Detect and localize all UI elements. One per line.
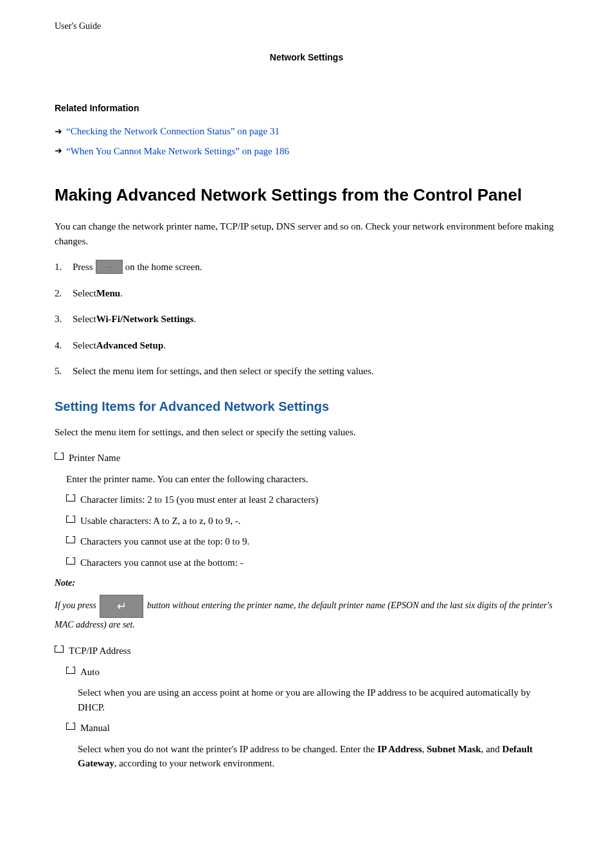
text-fragment: Select when you do not want the printer'… [78, 744, 377, 754]
list-text: TCP/IP Address [69, 644, 558, 658]
related-link-row: ➜ “Checking the Network Connection Statu… [55, 124, 558, 139]
bullet-icon [66, 557, 75, 565]
list-text: Characters you cannot use at the top: 0 … [80, 534, 558, 549]
step-2: 2. Select Menu . [55, 286, 558, 301]
bullet-icon [66, 536, 75, 543]
step-text: Select the menu item for settings, and t… [73, 364, 374, 379]
arrow-right-icon: ➜ [55, 144, 62, 158]
step-text: . [163, 338, 166, 353]
step-text: . [193, 312, 196, 327]
network-icon: ⋯ [96, 260, 123, 274]
arrow-right-icon: ➜ [55, 125, 62, 138]
note-fragment: If you press [55, 601, 98, 610]
step-text: . [120, 286, 123, 301]
bullet-icon [66, 516, 75, 523]
manual-desc: Select when you do not want the printer'… [78, 742, 558, 771]
step-text: Press [73, 260, 93, 275]
list-text: Printer Name [69, 451, 558, 466]
step-1: 1. Press ⋯ on the home screen. [55, 260, 558, 275]
related-info-heading: Related Information [55, 102, 558, 115]
main-heading: Making Advanced Network Settings from th… [55, 183, 558, 208]
step-text: Select [73, 312, 96, 327]
bullet-icon [66, 494, 75, 502]
bold-text: IP Address [377, 744, 422, 754]
list-item: Characters you cannot use at the top: 0 … [66, 534, 558, 549]
auto-desc: Select when you are using an access poin… [78, 685, 558, 714]
sub-intro: Select the menu item for settings, and t… [55, 425, 558, 440]
printer-name-desc: Enter the printer name. You can enter th… [66, 472, 558, 487]
enter-icon: ↵ [100, 595, 143, 618]
step-5: 5. Select the menu item for settings, an… [55, 364, 558, 379]
list-item: Character limits: 2 to 15 (you must ente… [66, 493, 558, 507]
list-text: Auto [80, 665, 558, 680]
list-item: Usable characters: A to Z, a to z, 0 to … [66, 514, 558, 529]
step-number: 5. [55, 364, 73, 379]
main-intro: You can change the network printer name,… [55, 219, 558, 248]
sub-heading: Setting Items for Advanced Network Setti… [55, 397, 558, 416]
related-link-row: ➜ “When You Cannot Make Network Settings… [55, 144, 558, 159]
link-cannot-make-settings[interactable]: “When You Cannot Make Network Settings” … [66, 144, 289, 159]
text-fragment: , according to your network environment. [114, 758, 275, 768]
note-text: If you press ↵ button without entering t… [55, 595, 558, 632]
bullet-icon [66, 667, 75, 674]
step-bold: Advanced Setup [96, 338, 164, 353]
text-fragment: , and [481, 744, 502, 754]
list-item-printer-name: Printer Name [55, 451, 558, 466]
list-item: Characters you cannot use at the bottom:… [66, 556, 558, 570]
step-text: Select [73, 338, 96, 353]
list-text: Usable characters: A to Z, a to z, 0 to … [80, 514, 558, 529]
step-number: 4. [55, 338, 73, 353]
bullet-icon [66, 723, 75, 730]
bullet-icon [55, 453, 64, 460]
list-item-auto: Auto [66, 665, 558, 680]
step-bold: Menu [96, 286, 121, 301]
note-label: Note: [55, 576, 558, 590]
bullet-icon [55, 646, 64, 653]
list-item-tcpip: TCP/IP Address [55, 644, 558, 658]
list-item-manual: Manual [66, 721, 558, 736]
list-text: Character limits: 2 to 15 (you must ente… [80, 493, 558, 507]
step-number: 2. [55, 286, 73, 301]
step-number: 3. [55, 312, 73, 327]
text-fragment: , [422, 744, 427, 754]
step-number: 1. [55, 260, 73, 275]
step-text: Select [73, 286, 96, 301]
header-left: User's Guide [55, 19, 558, 33]
step-3: 3. Select Wi-Fi/Network Settings . [55, 312, 558, 327]
link-check-connection[interactable]: “Checking the Network Connection Status”… [66, 124, 280, 139]
list-text: Characters you cannot use at the bottom:… [80, 556, 558, 570]
list-text: Manual [80, 721, 558, 736]
bold-text: Subnet Mask [427, 744, 481, 754]
step-text: on the home screen. [125, 260, 202, 275]
step-bold: Wi-Fi/Network Settings [96, 312, 194, 327]
step-4: 4. Select Advanced Setup . [55, 338, 558, 353]
header-section-title: Network Settings [55, 51, 558, 64]
